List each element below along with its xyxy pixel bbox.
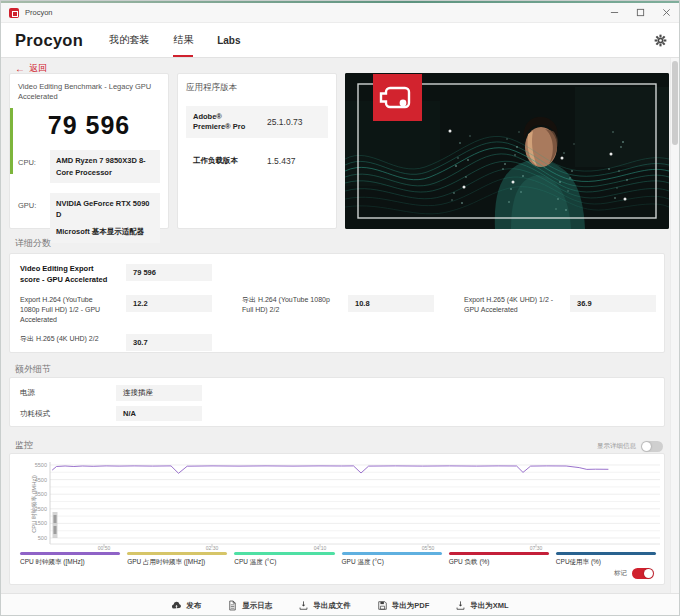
- 导出为XML-button[interactable]: 导出为XML: [455, 597, 508, 615]
- extra-detail-row: 功耗模式N/A: [20, 406, 654, 421]
- main-nav: Procyon 我的套装结果Labs: [1, 23, 679, 58]
- legend-item: CPU 温度 (°C): [234, 552, 334, 567]
- benchmark-score: 79 596: [18, 111, 160, 140]
- maximize-button[interactable]: [627, 3, 653, 22]
- close-icon: [662, 8, 671, 17]
- legend-label: CPU 时钟频率 ([MHz]): [20, 558, 120, 567]
- extra-details-card: 电源连接插座功耗模式N/A: [9, 377, 665, 427]
- legend-label: CPU使用率 (%): [556, 558, 656, 567]
- log-icon: [227, 597, 238, 615]
- detailed-scores-grid: Video Editing Export score - GPU Acceler…: [20, 264, 654, 351]
- 发布-button[interactable]: 发布: [171, 597, 201, 615]
- action-label: 导出为PDF: [392, 601, 430, 611]
- svg-text:500: 500: [38, 535, 47, 541]
- export-pdf-icon: [377, 597, 388, 615]
- brand-title: Procyon: [15, 31, 83, 50]
- score-cell: Video Editing Export score - GPU Acceler…: [20, 264, 242, 286]
- show-details-toggle[interactable]: [641, 441, 663, 452]
- legend-color-bar: [20, 552, 120, 555]
- tab-my-suites[interactable]: 我的套装: [109, 23, 149, 57]
- score-cell: Export H.265 (4K UHD) 1/2 - GPU Accelera…: [464, 295, 656, 325]
- extra-detail-label: 电源: [20, 385, 116, 398]
- window-top-accent: [1, 1, 679, 3]
- extra-detail-row: 电源连接插座: [20, 385, 654, 401]
- export-file-icon: [298, 597, 309, 615]
- score-cell: 导出 H.265 (4K UHD) 2/230.7: [20, 334, 242, 351]
- score-cell-label: Video Editing Export score - GPU Acceler…: [20, 264, 112, 286]
- score-cell-value: 36.9: [570, 295, 656, 312]
- benchmark-hero-image: [345, 73, 669, 229]
- app-version-row: Adobe® Premiere® Pro25.1.0.73: [186, 106, 328, 138]
- window-title: Procyon: [25, 8, 53, 17]
- extra-details-header: 额外细节: [15, 363, 51, 376]
- legend-item: GPU 负载 (%): [449, 552, 549, 567]
- extra-details-rows: 电源连接插座功耗模式N/A: [20, 385, 654, 421]
- legend-item: GPU 温度 (°C): [342, 552, 442, 567]
- gpu-value: NVIDIA GeForce RTX 5090 D Microsoft 基本显示…: [50, 193, 160, 243]
- procyon-window: Procyon Procyon 我的套装结果Labs ← 返回: [0, 0, 680, 616]
- legend-label: GPU 占用时钟频率 ([MHz]): [127, 558, 227, 567]
- export-xml-icon: [455, 597, 466, 615]
- score-cell: Export H.264 (YouTube 1080p Full HD) 1/2…: [20, 295, 242, 325]
- monitoring-chart: 5001500250035004500550000:5002:3004:1005…: [10, 454, 664, 550]
- score-cell-value: 79 596: [126, 264, 212, 281]
- cpu-value: AMD Ryzen 7 9850X3D 8-Core Processor: [50, 150, 160, 183]
- toggle-knob: [642, 442, 651, 451]
- publish-icon: [171, 597, 182, 615]
- legend-label: GPU 温度 (°C): [342, 558, 442, 567]
- bottom-action-bar: 发布显示日志导出成文件导出为PDF导出为XML: [1, 593, 679, 616]
- legend-item: GPU 占用时钟频率 ([MHz]): [127, 552, 227, 567]
- legend-color-bar: [234, 552, 334, 555]
- marker-toggle[interactable]: [632, 568, 654, 579]
- 显示日志-button[interactable]: 显示日志: [227, 597, 272, 615]
- cpu-row: CPU: AMD Ryzen 7 9850X3D 8-Core Processo…: [18, 150, 160, 183]
- app-versions-header: 应用程序版本: [186, 82, 328, 94]
- svg-text:04:10: 04:10: [314, 545, 327, 551]
- score-cell-label: Export H.265 (4K UHD) 1/2 - GPU Accelera…: [464, 295, 556, 315]
- svg-text:02:30: 02:30: [206, 545, 219, 551]
- monitoring-header: 监控: [15, 439, 33, 452]
- score-cell-label: 导出 H.265 (4K UHD) 2/2: [20, 334, 112, 344]
- action-label: 导出为XML: [470, 601, 508, 611]
- legend-item: CPU 时钟频率 ([MHz]): [20, 552, 120, 567]
- procyon-logo-icon: [9, 8, 19, 18]
- tab-results[interactable]: 结果: [173, 23, 193, 57]
- title-bar: Procyon: [1, 3, 679, 23]
- extra-detail-value: N/A: [116, 406, 202, 421]
- action-label: 显示日志: [242, 601, 272, 611]
- legend-label: GPU 负载 (%): [449, 558, 549, 567]
- gpu-value-line1: NVIDIA GeForce RTX 5090 D: [56, 198, 154, 221]
- settings-button[interactable]: [654, 34, 667, 47]
- svg-text:00:50: 00:50: [98, 545, 111, 551]
- detailed-scores-card: Video Editing Export score - GPU Acceler…: [9, 253, 665, 353]
- show-details-control: 显示详细信息: [597, 441, 663, 452]
- show-details-label: 显示详细信息: [597, 442, 636, 451]
- app-version-value: 1.5.437: [267, 156, 295, 166]
- svg-text:CPU 时钟频率 ([MHz]): CPU 时钟频率 ([MHz]): [30, 475, 37, 533]
- extra-detail-label: 功耗模式: [20, 406, 116, 419]
- toggle-knob: [644, 569, 653, 578]
- gpu-value-line2: Microsoft 基本显示适配器: [56, 226, 154, 237]
- minimize-button[interactable]: [601, 3, 627, 22]
- tab-labs[interactable]: Labs: [217, 23, 240, 57]
- score-accent-bar: [10, 108, 13, 174]
- scrollbar-thumb[interactable]: [672, 61, 678, 145]
- marker-control: 标记: [614, 568, 654, 579]
- monitoring-card: 5001500250035004500550000:5002:3004:1005…: [9, 453, 665, 585]
- legend-color-bar: [449, 552, 549, 555]
- close-button[interactable]: [653, 3, 679, 22]
- maximize-icon: [636, 8, 645, 17]
- window-controls: [601, 3, 679, 22]
- score-cell-value: 12.2: [126, 295, 212, 312]
- app-version-label: 工作负载版本: [193, 156, 259, 166]
- benchmark-title: Video Editing Benchmark - Legacy GPU Acc…: [18, 82, 160, 102]
- 导出成文件-button[interactable]: 导出成文件: [298, 597, 351, 615]
- score-cell-value: 30.7: [126, 334, 212, 351]
- action-label: 发布: [186, 601, 201, 611]
- app-versions-card: 应用程序版本 Adobe® Premiere® Pro25.1.0.73工作负载…: [177, 73, 337, 229]
- 导出为PDF-button[interactable]: 导出为PDF: [377, 597, 430, 615]
- gpu-label: GPU:: [18, 193, 50, 243]
- legend-color-bar: [127, 552, 227, 555]
- vertical-scrollbar: [670, 58, 679, 593]
- detailed-scores-header: 详细分数: [15, 237, 51, 250]
